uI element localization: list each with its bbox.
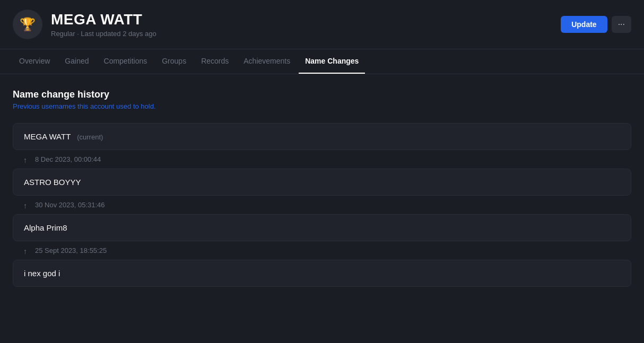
current-badge: (current): [77, 133, 103, 141]
profile-subtitle: Regular · Last updated 2 days ago: [51, 30, 156, 38]
tab-records[interactable]: Records: [195, 49, 235, 74]
timestamp-row-3: ↑ 25 Sept 2023, 18:55:25: [13, 241, 631, 260]
username-alpha-prim8: Alpha Prim8: [24, 223, 67, 232]
tab-competitions[interactable]: Competitions: [98, 49, 154, 74]
username-astro-boyyy: ASTRO BOYYY: [24, 178, 81, 187]
arrow-up-icon-2: ↑: [23, 201, 31, 209]
section-title: Name change history: [13, 89, 631, 100]
tab-overview[interactable]: Overview: [13, 49, 56, 74]
timestamp-3: 25 Sept 2023, 18:55:25: [35, 247, 107, 254]
header-left: 🏆 MEGA WATT Regular · Last updated 2 day…: [13, 10, 156, 39]
header-right: Update ···: [561, 16, 631, 33]
username-i-nex-god-i: i nex god i: [24, 269, 60, 278]
tab-gained[interactable]: Gained: [58, 49, 95, 74]
tab-groups[interactable]: Groups: [155, 49, 193, 74]
name-card-alpha-prim8: Alpha Prim8: [13, 214, 631, 241]
main-content: Name change history Previous usernames t…: [0, 74, 644, 302]
username-current: MEGA WATT: [24, 132, 71, 141]
profile-info: MEGA WATT Regular · Last updated 2 days …: [51, 11, 156, 38]
avatar: 🏆: [13, 10, 42, 39]
arrow-up-icon-1: ↑: [23, 156, 31, 163]
timestamp-row-2: ↑ 30 Nov 2023, 05:31:46: [13, 196, 631, 214]
navigation: Overview Gained Competitions Groups Reco…: [0, 49, 644, 74]
tab-achievements[interactable]: Achievements: [237, 49, 297, 74]
update-button[interactable]: Update: [561, 16, 607, 33]
timestamp-1: 8 Dec 2023, 00:00:44: [35, 155, 101, 163]
name-card-i-nex-god-i: i nex god i: [13, 260, 631, 287]
header: 🏆 MEGA WATT Regular · Last updated 2 day…: [0, 0, 644, 49]
more-options-button[interactable]: ···: [612, 16, 631, 33]
timestamp-row-1: ↑ 8 Dec 2023, 00:00:44: [13, 150, 631, 169]
arrow-up-icon-3: ↑: [23, 247, 31, 254]
name-card-astro-boyyy: ASTRO BOYYY: [13, 169, 631, 196]
name-card-current: MEGA WATT (current): [13, 123, 631, 150]
profile-username: MEGA WATT: [51, 11, 156, 28]
timestamp-2: 30 Nov 2023, 05:31:46: [35, 201, 105, 209]
section-subtitle: Previous usernames this account used to …: [13, 102, 631, 110]
tab-name-changes[interactable]: Name Changes: [299, 49, 365, 74]
